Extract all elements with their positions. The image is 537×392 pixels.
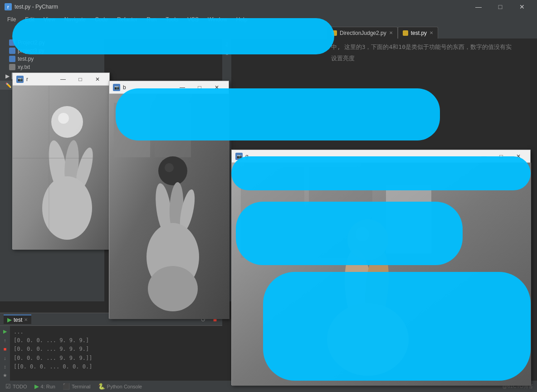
cv-min-r[interactable]: — [55, 73, 71, 85]
star-btn[interactable]: ★ [1, 372, 9, 379]
python-console-status[interactable]: 🐍 Python Console [96, 383, 144, 390]
cv-titlebar-r: 📷 r — □ ✕ [13, 73, 109, 86]
wrap-btn[interactable]: ↕ [1, 363, 9, 370]
run-status[interactable]: ▶ 4: Run [33, 383, 57, 390]
run-tab-label: test [14, 317, 22, 323]
svg-point-12 [158, 156, 187, 185]
txt-icon [9, 64, 15, 70]
svg-point-18 [148, 266, 198, 311]
svg-point-6 [42, 176, 92, 240]
cyan-blob-4 [236, 202, 463, 265]
cv-controls-r: — □ ✕ [55, 73, 106, 85]
cv-image-r [13, 86, 110, 250]
python-console-label: Python Console [107, 384, 142, 389]
stop-side-btn[interactable]: ■ [1, 345, 9, 353]
file-xy-label: xy.txt [18, 64, 30, 70]
cv-icon-b: 📷 [113, 84, 120, 91]
triangle-icon: ▶ [5, 73, 10, 79]
cv-content-r [13, 86, 110, 250]
app-icon: r [5, 3, 12, 10]
py-icon-2 [9, 48, 15, 54]
window-title: test.py - PyCharm [15, 4, 468, 10]
python-icon: 🐍 [98, 383, 105, 390]
run-tab-close[interactable]: ✕ [24, 317, 28, 322]
cyan-blob-2 [116, 88, 440, 140]
cyan-blob-5 [263, 272, 531, 381]
cyan-blob-3 [231, 156, 531, 190]
tab-directionjudge2-label: DirectionJudge2.py [340, 30, 386, 36]
run-tab-test[interactable]: ▶ test ✕ [4, 315, 31, 324]
tab-directionjudge2[interactable]: DirectionJudge2.py ✕ [327, 27, 398, 39]
scratches-icon: ✏️ [5, 82, 12, 88]
run-line-1: [0. 0. 0. ... 9. 9. 9.] [14, 336, 219, 345]
run-icon: ▶ [7, 316, 12, 323]
menu-file[interactable]: File [4, 15, 20, 24]
minimize-button[interactable]: — [468, 0, 489, 14]
run-btn[interactable]: ▶ [1, 328, 9, 335]
run-output: ... [0. 0. 0. ... 9. 9. 9.] [0. 0. 0. ..… [10, 326, 222, 381]
code-line2: 设置亮度 [331, 54, 355, 63]
svg-point-13 [165, 163, 174, 172]
terminal-icon: ⬛ [63, 383, 70, 390]
terminal-label: Terminal [72, 384, 91, 389]
cv-window-r[interactable]: 📷 r — □ ✕ [12, 73, 110, 249]
svg-point-2 [58, 113, 69, 124]
tab-test-close[interactable]: ✕ [430, 30, 433, 35]
terminal-status[interactable]: ⬛ Terminal [61, 383, 93, 390]
tab-directionjudge2-close[interactable]: ✕ [389, 30, 393, 35]
run-side-buttons: ▶ ↑ ■ ↓ ↕ ★ [0, 326, 10, 381]
run-line-4: [[0. 0. 0. ... 0. 0. 0.] [14, 363, 219, 371]
cv-icon-r: 📷 [16, 76, 24, 83]
window-controls: — □ ✕ [468, 0, 532, 14]
run-status-icon: ▶ [34, 383, 39, 390]
maximize-button[interactable]: □ [490, 0, 511, 14]
py-icon-3 [9, 56, 15, 62]
cv-max-r[interactable]: □ [72, 73, 88, 85]
title-bar: r test.py - PyCharm — □ ✕ [0, 0, 537, 14]
run-status-label: 4: Run [41, 384, 55, 389]
tab-test-label: test.py [411, 30, 427, 36]
file-test-label: test.py [18, 56, 34, 62]
cv-title-r-label: r [26, 76, 55, 82]
cyan-blob-1 [12, 18, 334, 54]
file-test[interactable]: test.py [0, 55, 104, 63]
todo-label: TODO [13, 384, 27, 389]
cv-close-r[interactable]: ✕ [89, 73, 106, 85]
todo-status[interactable]: ☑ TODO [4, 383, 29, 390]
run-line-3: [0. 0. 0. ... 9. 9. 9.]] [14, 354, 219, 363]
file-xy[interactable]: xy.txt [0, 63, 104, 71]
run-line-2: [0. 0. 0. ... 9. 9. 9.] [14, 345, 219, 353]
close-button[interactable]: ✕ [512, 0, 532, 14]
tab-test[interactable]: test.py ✕ [398, 27, 438, 39]
run-line-dots: ... [14, 328, 219, 336]
py-file-icon-2 [403, 30, 408, 36]
up-btn[interactable]: ↑ [1, 336, 9, 344]
down-btn[interactable]: ↓ [1, 354, 9, 362]
todo-icon: ☑ [5, 383, 11, 390]
run-panel: ▶ test ✕ ↺ ■ ▶ ↑ ■ ↓ ↕ ★ ... [0. 0. 0. .… [0, 313, 222, 381]
code-line1: 中, 这里的3，下面的4和10是类似于功能号的东西，数字的值没有实 [331, 43, 512, 51]
